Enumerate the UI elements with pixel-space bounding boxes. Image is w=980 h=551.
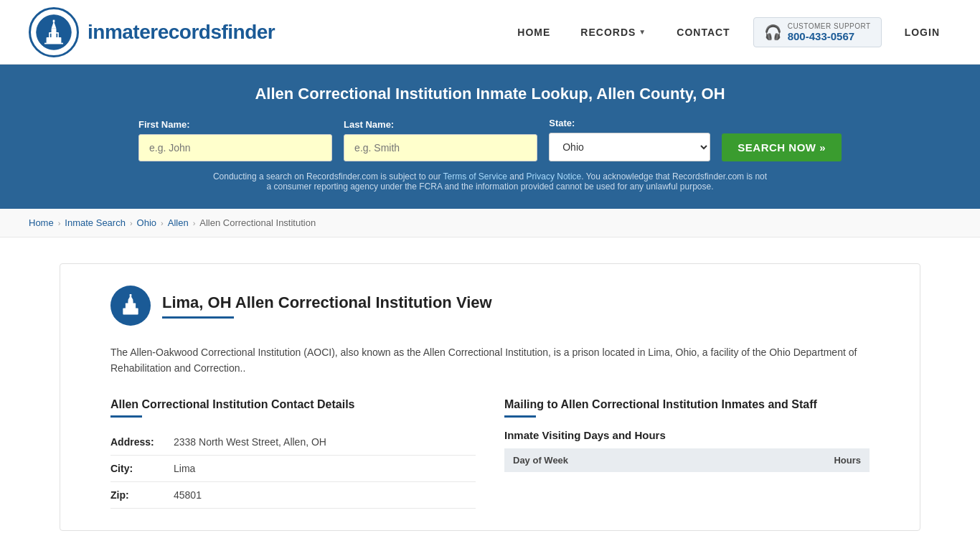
- last-name-label: Last Name:: [344, 119, 537, 130]
- svg-rect-9: [59, 33, 60, 37]
- terms-link[interactable]: Terms of Service: [443, 171, 507, 182]
- main-nav: HOME RECORDS ▼ CONTACT 🎧 CUSTOMER SUPPOR…: [506, 17, 951, 47]
- page-title: Allen Correctional Institution Inmate Lo…: [29, 85, 951, 103]
- main-content-card: Lima, OH Allen Correctional Institution …: [60, 263, 920, 531]
- breadcrumb-home[interactable]: Home: [29, 217, 54, 228]
- svg-rect-13: [128, 300, 133, 304]
- contact-details-col: Allen Correctional Institution Contact D…: [110, 398, 476, 509]
- institution-title: Lima, OH Allen Correctional Institution …: [162, 293, 492, 312]
- chevron-down-icon: ▼: [639, 28, 646, 36]
- breadcrumb-inmate-search[interactable]: Inmate Search: [65, 217, 126, 228]
- logo-icon: [29, 7, 79, 57]
- col-hours: Hours: [731, 448, 870, 472]
- header: inmaterecordsfinder HOME RECORDS ▼ CONTA…: [0, 0, 980, 65]
- disclaimer-text: Conducting a search on Recordsfinder.com…: [210, 171, 770, 192]
- first-name-group: First Name:: [138, 119, 332, 161]
- breadcrumb-allen[interactable]: Allen: [168, 217, 189, 228]
- first-name-label: First Name:: [138, 119, 332, 130]
- last-name-group: Last Name:: [344, 119, 537, 161]
- detail-zip: Zip: 45801: [110, 482, 476, 509]
- svg-rect-8: [56, 33, 57, 37]
- detail-city: City: Lima: [110, 456, 476, 482]
- breadcrumb-sep-3: ›: [161, 219, 164, 227]
- logo-text: inmaterecordsfinder: [88, 21, 275, 44]
- state-select[interactable]: Ohio Alabama Alaska Arizona California C…: [549, 133, 710, 161]
- svg-rect-6: [47, 33, 49, 37]
- hero-search-section: Allen Correctional Institution Inmate Lo…: [0, 65, 980, 209]
- visiting-table: Day of Week Hours: [504, 448, 870, 472]
- svg-rect-5: [53, 19, 55, 22]
- svg-rect-7: [50, 33, 52, 37]
- institution-header-area: Lima, OH Allen Correctional Institution …: [89, 264, 891, 326]
- detail-address: Address: 2338 North West Street, Allen, …: [110, 429, 476, 456]
- headset-icon: 🎧: [764, 24, 782, 41]
- search-button[interactable]: SEARCH NOW »: [722, 133, 842, 161]
- col-day: Day of Week: [504, 448, 731, 472]
- title-underline: [162, 316, 234, 319]
- nav-home[interactable]: HOME: [506, 21, 562, 44]
- support-label: CUSTOMER SUPPORT: [788, 22, 871, 30]
- first-name-input[interactable]: [138, 134, 332, 161]
- nav-login[interactable]: LOGIN: [893, 21, 951, 44]
- customer-support: 🎧 CUSTOMER SUPPORT 800-433-0567: [753, 17, 882, 47]
- contact-section-title: Allen Correctional Institution Contact D…: [110, 398, 476, 411]
- state-group: State: Ohio Alabama Alaska Arizona Calif…: [549, 118, 710, 161]
- two-column-section: Allen Correctional Institution Contact D…: [89, 391, 891, 530]
- state-label: State:: [549, 118, 710, 128]
- breadcrumb-sep-4: ›: [193, 219, 196, 227]
- institution-description: The Allen-Oakwood Correctional Instituti…: [89, 330, 891, 391]
- svg-rect-10: [44, 42, 63, 44]
- search-form: First Name: Last Name: State: Ohio Alaba…: [138, 118, 842, 161]
- mailing-visiting-col: Mailing to Allen Correctional Institutio…: [504, 398, 870, 509]
- breadcrumb-current: Allen Correctional Institution: [199, 217, 316, 228]
- breadcrumb-sep-1: ›: [58, 219, 61, 227]
- visiting-title: Inmate Visiting Days and Hours: [504, 429, 870, 441]
- svg-rect-3: [52, 28, 57, 33]
- nav-records[interactable]: RECORDS ▼: [569, 21, 658, 44]
- last-name-input[interactable]: [344, 134, 537, 161]
- institution-icon: [110, 286, 151, 326]
- institution-title-row: Lima, OH Allen Correctional Institution …: [110, 286, 870, 326]
- mailing-section-title: Mailing to Allen Correctional Institutio…: [504, 398, 870, 411]
- svg-rect-15: [130, 294, 132, 297]
- contact-underline: [110, 415, 142, 418]
- nav-contact[interactable]: CONTACT: [665, 21, 741, 44]
- mailing-underline: [504, 415, 536, 418]
- support-number: 800-433-0567: [788, 30, 871, 42]
- breadcrumb-sep-2: ›: [130, 219, 133, 227]
- privacy-link[interactable]: Privacy Notice: [527, 171, 582, 182]
- breadcrumb: Home › Inmate Search › Ohio › Allen › Al…: [0, 209, 980, 237]
- logo-area: inmaterecordsfinder: [29, 7, 275, 57]
- visiting-section: Inmate Visiting Days and Hours Day of We…: [504, 429, 870, 472]
- breadcrumb-ohio[interactable]: Ohio: [137, 217, 156, 228]
- main-wrapper: Lima, OH Allen Correctional Institution …: [0, 237, 980, 551]
